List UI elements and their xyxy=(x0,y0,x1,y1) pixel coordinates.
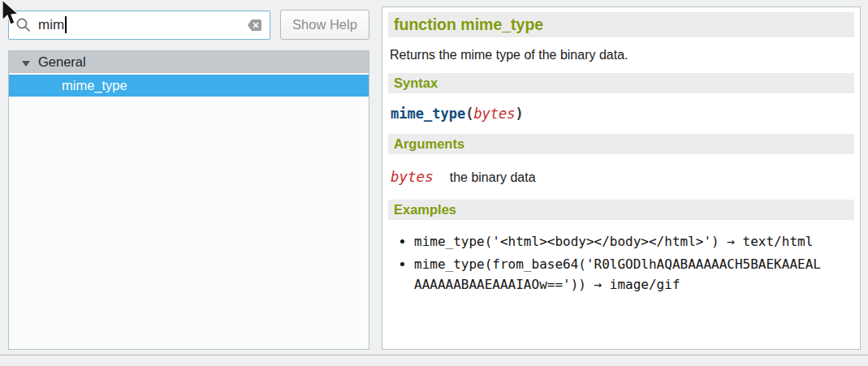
code-parameter: bytes xyxy=(473,105,515,122)
function-tree: General mime_type xyxy=(8,50,369,350)
examples-list: mime_type('<html><body></body></html>') … xyxy=(388,231,827,295)
argument-name: bytes xyxy=(391,169,434,185)
code-function-name: mime_type xyxy=(391,105,465,122)
example-item: mime_type(from_base64('R0lGODlhAQABAAAAA… xyxy=(414,254,827,295)
clear-search-icon[interactable] xyxy=(247,17,263,33)
argument-row: bytes the binary data xyxy=(391,169,854,185)
text-caret xyxy=(65,16,67,33)
search-input[interactable]: mim xyxy=(8,11,270,40)
search-toolbar: mim Show Help xyxy=(8,10,369,40)
argument-description: the binary data xyxy=(450,170,536,185)
syntax-heading: Syntax xyxy=(388,73,854,93)
doc-title: function mime_type xyxy=(388,12,854,37)
bottom-divider xyxy=(0,355,868,355)
code-open-paren: ( xyxy=(465,105,473,122)
doc-description: Returns the mime type of the binary data… xyxy=(390,48,854,62)
show-help-button[interactable]: Show Help xyxy=(280,10,369,40)
tree-category-label: General xyxy=(38,54,86,70)
collapse-arrow-icon[interactable] xyxy=(22,61,30,67)
tree-item-label: mime_type xyxy=(62,78,127,93)
arguments-heading: Arguments xyxy=(388,134,854,154)
function-help-window: mim Show Help General mime_type function… xyxy=(0,0,868,366)
tree-item-mime-type[interactable]: mime_type xyxy=(9,75,369,97)
examples-heading: Examples xyxy=(388,200,854,220)
tree-category-general[interactable]: General xyxy=(9,51,369,73)
code-close-paren: ) xyxy=(516,105,524,122)
search-text: mim xyxy=(38,17,64,33)
search-icon xyxy=(15,17,31,32)
help-content-panel: function mime_type Returns the mime type… xyxy=(382,6,861,350)
syntax-code: mime_type(bytes) xyxy=(391,105,854,122)
example-item: mime_type('<html><body></body></html>') … xyxy=(414,231,827,252)
